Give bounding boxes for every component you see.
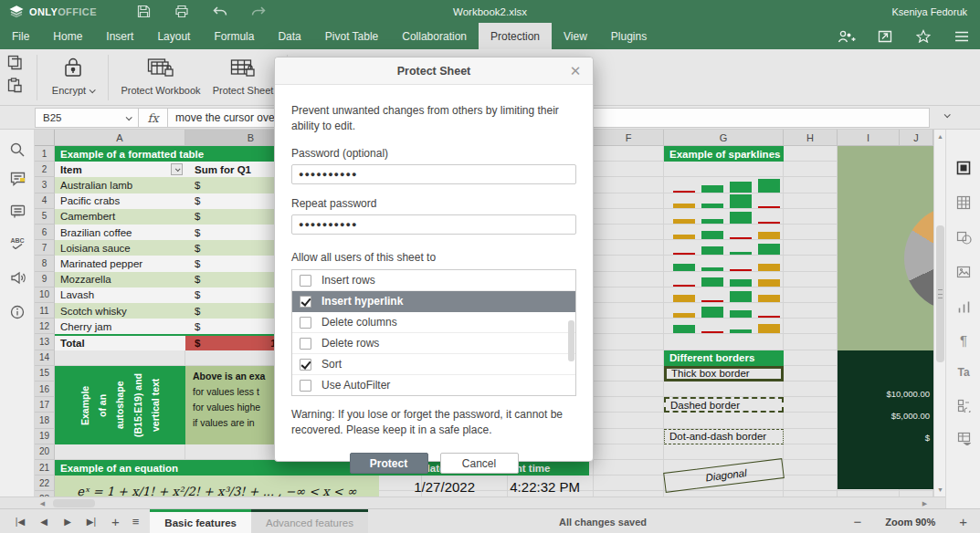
row-header-8[interactable]: 8 — [35, 256, 55, 271]
comments-icon[interactable] — [8, 170, 26, 188]
sparkline-cell[interactable] — [664, 193, 784, 209]
row-header-15[interactable]: 15 — [35, 366, 55, 381]
paste-icon[interactable] — [7, 78, 23, 93]
permission-option-delete-rows[interactable]: Delete rows — [292, 333, 575, 354]
repeat-password-field[interactable]: ●●●●●●●●●● — [291, 214, 576, 235]
sparkline-cell[interactable] — [664, 303, 784, 319]
chat-icon[interactable] — [8, 203, 26, 221]
menu-tab-view[interactable]: View — [552, 23, 599, 49]
menu-tab-formula[interactable]: Formula — [202, 23, 266, 49]
copy-icon[interactable] — [7, 55, 23, 70]
row-header-12[interactable]: 12 — [35, 319, 55, 334]
row-header-14[interactable]: 14 — [35, 350, 55, 366]
select-all-corner[interactable] — [35, 130, 55, 146]
horizontal-scrollbar[interactable]: ◀ ▶ — [0, 496, 980, 508]
add-sheet-icon[interactable]: + — [111, 514, 120, 529]
menu-tab-layout[interactable]: Layout — [145, 23, 202, 49]
zoom-in-icon[interactable]: + — [959, 514, 967, 529]
checkbox-checked[interactable] — [300, 296, 311, 308]
column-header-F[interactable]: F — [594, 130, 664, 146]
sparkline-cell[interactable] — [664, 319, 784, 334]
item-cell[interactable]: Mozzarella — [55, 272, 185, 287]
row-header-1[interactable]: 1 — [35, 146, 55, 162]
equation-cell[interactable]: eˣ = 1 + x/1! + x²/2! + x³/3! + ... , −∞… — [55, 476, 379, 496]
menu-tab-protection[interactable]: Protection — [479, 23, 552, 49]
hamburger-menu-icon[interactable] — [953, 27, 971, 46]
column-header-A[interactable]: A — [55, 130, 185, 146]
sheet-tab-basic-features[interactable]: Basic features — [150, 509, 251, 533]
row-header-4[interactable]: 4 — [35, 193, 55, 209]
time-value-cell[interactable]: 4:22:32 PM — [484, 476, 589, 496]
total-label-cell[interactable]: Total — [55, 334, 185, 350]
dot-and-dash-border-cell[interactable]: Dot-and-dash border — [664, 429, 784, 444]
menu-tab-home[interactable]: Home — [41, 23, 94, 49]
filter-icon[interactable] — [171, 163, 183, 175]
expand-formula-bar-icon[interactable] — [944, 111, 951, 118]
menu-tab-collaboration[interactable]: Collaboration — [390, 23, 479, 49]
item-cell[interactable]: Marinated pepper — [55, 256, 185, 271]
column-header-H[interactable]: H — [784, 130, 838, 146]
checkbox-unchecked[interactable] — [300, 275, 311, 287]
sparkline-cell[interactable] — [664, 177, 784, 193]
close-icon[interactable]: ✕ — [567, 63, 584, 79]
protect-sheet-button[interactable]: Protect Sheet — [206, 54, 279, 96]
undo-icon[interactable] — [212, 4, 228, 20]
image-settings-icon[interactable] — [954, 263, 973, 281]
spellcheck-icon[interactable]: ABC — [8, 234, 26, 252]
zoom-level[interactable]: Zoom 90% — [885, 517, 935, 528]
row-header-5[interactable]: 5 — [35, 209, 55, 225]
first-sheet-icon[interactable]: |◀ — [13, 517, 27, 527]
vertical-scroll-thumb[interactable] — [936, 225, 944, 362]
password-field[interactable]: ●●●●●●●●●● — [291, 164, 576, 184]
row-header-17[interactable]: 17 — [35, 397, 55, 413]
row-header-19[interactable]: 19 — [35, 429, 55, 444]
vertical-scrollbar[interactable]: ▲ ▼ — [933, 130, 945, 496]
item-cell[interactable]: Scotch whisky — [55, 303, 185, 319]
date-value-cell[interactable]: 1/27/2022 — [379, 476, 484, 496]
column-header-J[interactable]: J — [900, 130, 933, 146]
protect-workbook-button[interactable]: Protect Workbook — [115, 54, 206, 96]
row-header-20[interactable]: 20 — [35, 444, 55, 460]
checkbox-unchecked[interactable] — [300, 317, 311, 329]
sparkline-cell[interactable] — [664, 256, 784, 271]
slicer-settings-icon[interactable] — [954, 396, 973, 414]
table-settings-icon[interactable] — [954, 193, 973, 212]
feedback-icon[interactable] — [8, 268, 26, 287]
item-cell[interactable]: Lavash — [55, 287, 185, 303]
row-header-21[interactable]: 21 — [35, 460, 55, 476]
permission-option-delete-columns[interactable]: Delete columns — [292, 312, 575, 333]
row-header-3[interactable]: 3 — [35, 177, 55, 193]
print-icon[interactable] — [174, 4, 190, 20]
table-header-item[interactable]: Item — [55, 162, 185, 177]
thick-box-border-cell[interactable]: Thick box border — [664, 366, 784, 381]
row-header-18[interactable]: 18 — [35, 413, 55, 428]
menu-tab-data[interactable]: Data — [266, 23, 312, 49]
item-cell[interactable]: Australian lamb — [55, 177, 185, 193]
menu-tab-pivot-table[interactable]: Pivot Table — [313, 23, 390, 49]
next-sheet-icon[interactable]: ▶ — [60, 517, 75, 527]
save-icon[interactable] — [135, 4, 152, 20]
chart-settings-icon[interactable] — [954, 298, 973, 316]
sparkline-cell[interactable] — [664, 287, 784, 303]
item-cell[interactable]: Loisiana sauce — [55, 240, 185, 256]
zoom-out-icon[interactable]: − — [853, 514, 861, 529]
insert-function-button[interactable]: fx — [139, 108, 168, 128]
sparkline-cell[interactable] — [664, 225, 784, 240]
sparkline-cell[interactable] — [664, 240, 784, 256]
row-header-9[interactable]: 9 — [35, 272, 55, 287]
row-header-7[interactable]: 7 — [35, 240, 55, 256]
cell-settings-icon[interactable] — [954, 159, 973, 177]
checkbox-unchecked[interactable] — [300, 380, 311, 392]
autoshape-vertical-text[interactable]: Exampleof anautoshape(B15:E19) andvertic… — [55, 366, 185, 444]
row-header-2[interactable]: 2 — [35, 162, 55, 177]
redo-icon[interactable] — [250, 4, 267, 20]
permission-option-sort[interactable]: Sort — [292, 354, 575, 375]
dashed-border-cell[interactable]: Dashed border — [664, 397, 784, 413]
last-sheet-icon[interactable]: ▶| — [84, 517, 99, 527]
row-header-13[interactable]: 13 — [35, 334, 55, 350]
shape-settings-icon[interactable] — [954, 228, 973, 246]
permission-option-insert-rows[interactable]: Insert rows — [292, 270, 575, 291]
horizontal-scroll-thumb[interactable] — [53, 499, 95, 507]
sheet-tab-advanced-features[interactable]: Advanced features — [251, 509, 368, 533]
row-header-10[interactable]: 10 — [35, 287, 55, 303]
